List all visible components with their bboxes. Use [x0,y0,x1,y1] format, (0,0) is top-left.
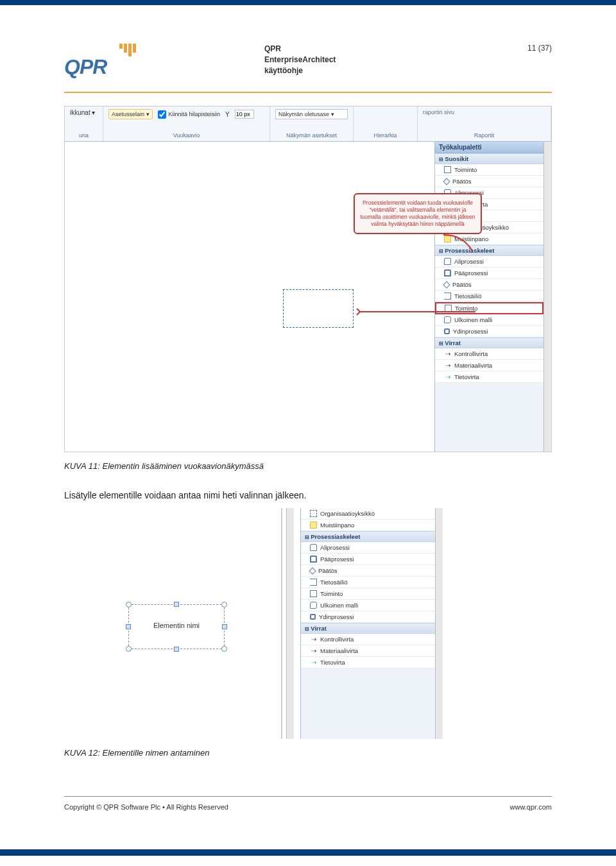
palette-title: Työkalupaletti [435,142,543,153]
palette-item[interactable]: Toiminto [435,164,543,176]
callout-arrow [347,222,482,331]
coreprocess-icon [310,614,316,620]
palette-item[interactable]: Organisaatioyksikkö [301,508,435,520]
flowchart-canvas[interactable]: Prosessielementit voidaan tuoda vuokaavi… [65,142,434,452]
snap-grid-checkbox[interactable]: Kiinnitä hilapisteisiin [158,110,221,119]
diamond-icon [443,178,450,185]
element-placeholder [283,289,354,328]
figure-caption-12: KUVA 12: Elementille nimen antaminen [64,748,552,758]
mainprocess-icon [310,556,317,563]
dataflow-icon: ⇢ [444,373,451,380]
palette-group-favorites[interactable]: Suosikit [435,153,543,164]
palette-item[interactable]: Päätös [435,176,543,187]
grid-y-input[interactable] [235,110,254,119]
selected-element[interactable]: Elementin nimi [128,604,225,649]
flow-icon: ⇢ [310,636,317,643]
logo: QPR [64,44,136,79]
palette-item[interactable]: Toiminto [301,588,435,600]
palette-item[interactable]: ⇢Materiaalivirta [435,360,543,371]
flow-icon: ⇢ [310,647,317,654]
tool-palette: Organisaatioyksikkö Muistiinpano Prosess… [300,508,435,739]
divider [64,92,552,93]
ribbon: ikkunat ▾ una Asetusselain ▾ Kiinnitä hi… [65,106,551,142]
palette-item[interactable]: Aliprosessi [301,542,435,554]
palette-item[interactable]: Päätös [301,565,435,577]
copyright-text: Copyright © QPR Software Plc • All Right… [64,803,228,811]
external-icon [310,602,317,609]
screenshot-1: ikkunat ▾ una Asetusselain ▾ Kiinnitä hi… [64,106,552,452]
bottom-border [0,849,616,856]
palette-item[interactable]: Ulkoinen malli [301,600,435,611]
view-default-dropdown[interactable]: Näkymän oletusase ▾ [275,109,348,119]
palette-item[interactable]: Tietosäiliö [301,577,435,588]
palette-item[interactable]: ⇢Kontrollivirta [435,348,543,360]
canvas-scrollbar[interactable] [286,508,294,739]
element-name-input[interactable]: Elementin nimi [129,622,224,629]
settings-browser-button[interactable]: Asetusselain ▾ [108,109,153,119]
flowchart-canvas[interactable]: Elementin nimi [64,508,282,739]
palette-item[interactable]: Ydinprosessi [301,611,435,623]
palette-group-flows[interactable]: Virrat [301,623,435,634]
page-number: 11 (37) [527,44,552,53]
note-icon [310,522,317,529]
screenshot-2: Elementin nimi Organisaatioyksikkö Muist… [64,508,552,739]
diamond-icon [309,567,316,574]
palette-group-steps[interactable]: Prosessiaskeleet [301,531,435,542]
body-paragraph: Lisätylle elementille voidaan antaa nimi… [64,490,552,500]
doc-title: QPR EnterpriseArchitect käyttöohje [264,44,336,76]
dataflow-icon: ⇢ [310,659,317,666]
figure-caption-11: KUVA 11: Elementin lisääminen vuokaavion… [64,461,552,471]
palette-item[interactable]: ⇢Tietovirta [435,371,543,383]
footer-url: www.qpr.com [510,803,552,811]
palette-scrollbar[interactable] [543,142,551,452]
palette-item[interactable]: ⇢Kontrollivirta [301,634,435,645]
subprocess-icon [310,544,317,551]
org-icon [310,510,317,517]
doc-footer: Copyright © QPR Software Plc • All Right… [64,797,552,824]
palette-item[interactable]: ⇢Materiaalivirta [301,645,435,657]
rect-icon [444,166,451,173]
palette-group-flows[interactable]: Virrat [435,337,543,348]
datastore-icon [310,579,317,586]
palette-scrollbar[interactable] [435,508,443,739]
palette-item[interactable]: Pääprosessi [301,554,435,565]
flow-icon: ⇢ [444,362,451,369]
doc-header: QPR QPR EnterpriseArchitect käyttöohje 1… [64,44,552,79]
palette-item[interactable]: ⇢Tietovirta [301,657,435,668]
palette-item[interactable]: Muistiinpano [301,520,435,531]
rect-icon [310,590,317,597]
flow-icon: ⇢ [444,350,451,357]
windows-dropdown[interactable]: ikkunat ▾ [70,109,98,116]
